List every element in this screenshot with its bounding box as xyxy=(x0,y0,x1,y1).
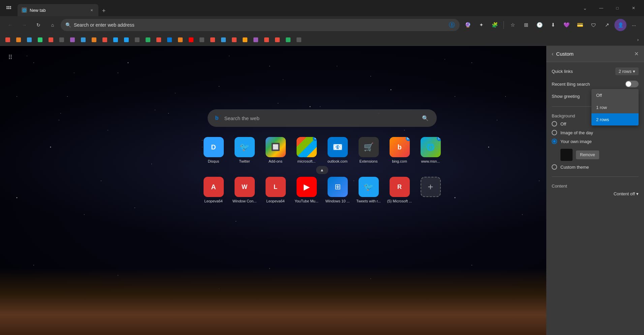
bg-option-ownimage[interactable]: Your own image xyxy=(552,139,639,144)
bg-option-customtheme-label: Custom theme xyxy=(560,165,589,170)
search-submit-btn[interactable]: 🔍 xyxy=(419,112,431,124)
remove-image-btn[interactable]: Remove xyxy=(576,150,599,159)
rewards-btn[interactable]: 💜 xyxy=(560,19,573,31)
bookmark-item[interactable] xyxy=(143,35,153,45)
dropdown-option-1row[interactable]: 1 row xyxy=(591,101,639,113)
bookmark-item[interactable] xyxy=(132,35,142,45)
quicklink-microsoft[interactable]: 4 microsoft... xyxy=(293,137,320,163)
dropdown-btn[interactable]: ⌄ xyxy=(577,3,593,13)
grid-icon[interactable]: ⠿ xyxy=(8,54,12,61)
bookmark-item[interactable] xyxy=(24,35,34,45)
bookmark-chevron[interactable]: › xyxy=(635,35,641,45)
active-tab[interactable]: 🌐 New tab ✕ xyxy=(18,4,98,16)
downloads-btn[interactable]: ⬇ xyxy=(547,19,559,31)
wallet-btn[interactable]: 💳 xyxy=(574,19,586,31)
extensions-btn[interactable]: 🧩 xyxy=(489,19,501,31)
bookmark-item[interactable] xyxy=(154,35,164,45)
quicklink-icon-5ms: R xyxy=(390,177,410,197)
bookmark-item[interactable] xyxy=(67,35,78,45)
quicklink-5ms[interactable]: R (5) Microsoft ... xyxy=(386,177,413,203)
quicklink-disqus[interactable]: D Disqus xyxy=(200,137,227,163)
bookmark-item[interactable] xyxy=(272,35,282,45)
bookmark-item[interactable] xyxy=(186,35,196,45)
quick-links-dropdown[interactable]: 2 rows ▾ xyxy=(615,67,639,75)
bookmark-item[interactable] xyxy=(35,35,45,45)
bookmark-item[interactable] xyxy=(46,35,56,45)
quicklink-label-extensions: Extensions xyxy=(356,159,382,163)
panel-close-btn[interactable]: ✕ xyxy=(634,51,639,57)
history-btn[interactable]: 🕐 xyxy=(533,19,546,31)
content-dropdown[interactable]: Content off ▾ xyxy=(552,191,639,196)
browser-essentials-btn[interactable]: 🛡 xyxy=(587,19,600,31)
quicklink-windows10[interactable]: ⊞ Windows 10 ... xyxy=(324,177,351,203)
quicklink-extensions[interactable]: 🛒 Extensions xyxy=(355,137,382,163)
bookmark-item[interactable] xyxy=(57,35,67,45)
bookmark-item[interactable] xyxy=(121,35,131,45)
bookmark-item[interactable] xyxy=(208,35,218,45)
quicklink-windowcon[interactable]: W Window Con... xyxy=(231,177,258,203)
bookmark-item[interactable] xyxy=(13,35,24,45)
bookmark-item[interactable] xyxy=(78,35,88,45)
radio-customtheme xyxy=(552,164,557,170)
quicklink-tweets[interactable]: 🐦 Tweets with r... xyxy=(355,177,382,203)
bookmark-item[interactable] xyxy=(240,35,250,45)
quicklink-youtube[interactable]: ▶ YouTube Mu... xyxy=(293,177,320,203)
dropdown-option-off[interactable]: Off xyxy=(591,89,639,101)
settings-more-btn[interactable]: ··· xyxy=(628,19,640,31)
bookmark-item[interactable] xyxy=(3,35,13,45)
collections-btn[interactable]: ⊞ xyxy=(520,19,532,31)
bookmark-favicon xyxy=(5,37,10,42)
forward-btn[interactable]: → xyxy=(18,19,30,31)
bookmark-favicon xyxy=(275,37,280,42)
bookmark-item[interactable] xyxy=(251,35,261,45)
dropdown-option-2rows[interactable]: 2 rows xyxy=(591,113,639,125)
copilot-btn[interactable]: ✦ xyxy=(475,19,487,31)
quicklink-add[interactable]: + xyxy=(417,177,444,203)
bookmark-item[interactable] xyxy=(175,35,185,45)
back-btn[interactable]: ← xyxy=(4,19,16,31)
search-bar[interactable]: b Search the web 🔍 xyxy=(208,109,437,127)
bookmark-item[interactable] xyxy=(262,35,272,45)
quicklink-outlook[interactable]: 📧 outlook.com xyxy=(324,137,351,163)
bookmark-item[interactable] xyxy=(164,35,175,45)
profile-sidebar-btn[interactable] xyxy=(3,2,15,14)
home-btn[interactable]: ⌂ xyxy=(47,19,59,31)
bookmark-favicon xyxy=(92,37,96,42)
bookmark-item[interactable] xyxy=(294,35,304,45)
bookmark-item[interactable] xyxy=(218,35,228,45)
quicklink-msn[interactable]: 🌐 14 www.msn... xyxy=(417,137,444,163)
bookmark-item[interactable] xyxy=(89,35,99,45)
tab-close-btn[interactable]: ✕ xyxy=(89,7,94,13)
bg-option-customtheme[interactable]: Custom theme xyxy=(552,164,639,170)
quicklink-addons[interactable]: 🔲 Add-ons xyxy=(262,137,289,163)
profile-btn[interactable]: 👤 xyxy=(614,19,626,31)
bookmark-item[interactable] xyxy=(100,35,110,45)
close-btn[interactable]: ✕ xyxy=(626,3,641,13)
quicklink-leopeva[interactable]: A Leopeva64 xyxy=(200,177,227,203)
minimize-btn[interactable]: — xyxy=(593,3,609,13)
quicklink-icon-leopeva2: L xyxy=(266,177,286,197)
bookmark-item[interactable] xyxy=(197,35,207,45)
collapse-section: ▲ xyxy=(316,166,328,174)
new-tab-btn[interactable]: + xyxy=(98,5,109,16)
collapse-btn[interactable]: ▲ xyxy=(316,166,328,174)
tab-title: New tab xyxy=(30,8,86,13)
quicklink-icon-disqus: D xyxy=(204,137,224,157)
quicklink-icon-microsoft: 4 xyxy=(297,137,317,157)
bg-option-ownimage-label: Your own image xyxy=(560,139,592,144)
refresh-btn[interactable]: ↻ xyxy=(32,19,44,31)
maximize-btn[interactable]: □ xyxy=(610,3,625,13)
recent-bing-toggle[interactable] xyxy=(625,81,639,87)
favorites-btn[interactable]: ☆ xyxy=(507,19,519,31)
quicklink-leopeva2[interactable]: L Leopeva64 xyxy=(262,177,289,203)
quicklink-twitter[interactable]: 🐦 Twitter xyxy=(231,137,258,163)
panel-back-btn[interactable]: ‹ xyxy=(552,51,553,57)
quicklink-bing[interactable]: b 20 bing.com xyxy=(386,137,413,163)
bookmark-item[interactable] xyxy=(111,35,121,45)
share-btn[interactable]: ↗ xyxy=(601,19,613,31)
address-bar[interactable]: 🔍 Search or enter web address Ⓑ xyxy=(61,19,460,31)
bookmark-item[interactable] xyxy=(283,35,293,45)
bing-chat-btn[interactable]: 🔮 xyxy=(462,19,474,31)
bookmark-item[interactable] xyxy=(229,35,239,45)
bg-option-imageday[interactable]: Image of the day xyxy=(552,130,639,135)
